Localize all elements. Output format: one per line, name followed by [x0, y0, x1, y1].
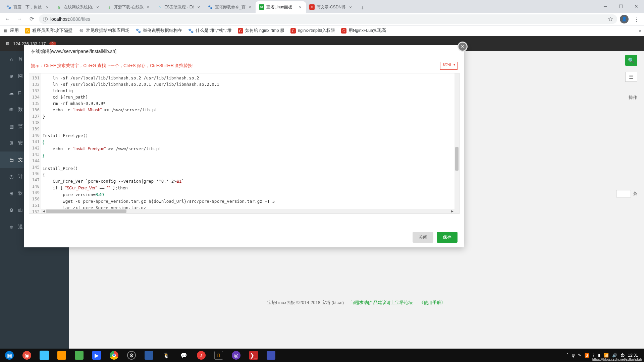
modal-close-button[interactable]: × [458, 42, 468, 52]
tab-download[interactable]: §开源下载-在线教× [103, 1, 154, 13]
bookmarks-overflow-icon[interactable]: » [639, 28, 641, 34]
wifi-icon[interactable]: 📶 [604, 353, 609, 358]
task-icon[interactable] [142, 349, 156, 362]
tab-school[interactable]: §在线网校系统|在× [53, 1, 103, 13]
task-icon[interactable]: ⚙ [125, 349, 138, 362]
bookmark-item[interactable]: S程序员黑客:攻下隔壁 [25, 28, 72, 34]
scroll-left-icon[interactable]: ◀ [41, 209, 46, 214]
close-window-button[interactable]: ✕ [629, 0, 644, 13]
globe-icon: ⊕ [9, 73, 14, 79]
modal-buttons: 关闭 保存 [413, 232, 458, 243]
tray-chevron-icon[interactable]: ˄ [567, 353, 569, 358]
close-icon[interactable]: × [348, 5, 353, 9]
task-icon[interactable] [38, 349, 51, 362]
code-area[interactable]: ln -sf /usr/local/lib/libmhash.so.2 /usr… [41, 73, 459, 214]
pen-icon[interactable]: ✎ [578, 353, 581, 358]
address-bar[interactable]: i localhost:8888/files ☆ [39, 14, 617, 24]
tab-baidu[interactable]: 🐾百度一下，你就× [3, 1, 53, 13]
scroll-thumb[interactable] [46, 209, 126, 213]
volume-icon[interactable]: 🔊 [612, 353, 617, 358]
scroll-thumb[interactable] [455, 147, 459, 171]
sidebar-label: 安 [18, 140, 23, 146]
close-icon[interactable]: × [248, 5, 252, 9]
back-button[interactable]: ← [3, 14, 12, 24]
system-tray: ˄ ψ ✎ S ᛒ ▮ 📶 🔊 ⏻ 12:31 [567, 353, 641, 358]
forward-button[interactable]: → [15, 14, 24, 24]
task-icon[interactable] [55, 349, 68, 362]
bookmark-star-icon[interactable]: ☆ [608, 15, 613, 23]
close-icon[interactable]: × [146, 5, 150, 9]
count-label: 条 [633, 191, 637, 197]
profile-avatar-icon[interactable]: 👤 [620, 15, 629, 23]
battery-icon[interactable]: ▮ [598, 353, 600, 358]
bookmark-item[interactable]: C用Nginx+Lua实现高 [341, 28, 386, 34]
view-toggle-button[interactable]: ☰ [625, 72, 637, 82]
bookmark-favicon: C [341, 28, 346, 34]
tab-bt-panel[interactable]: BT宝塔Linux面板× [256, 1, 306, 13]
chrome-taskbar-icon[interactable] [107, 349, 121, 362]
task-icon[interactable] [72, 349, 86, 362]
favicon: § [107, 4, 112, 10]
power-icon[interactable]: ⏻ [621, 353, 625, 358]
reload-button[interactable]: ⟳ [27, 14, 36, 24]
close-icon[interactable]: × [45, 5, 50, 9]
site-info-icon[interactable]: i [43, 17, 48, 21]
home-icon: ⌂ [9, 57, 14, 62]
horizontal-scrollbar[interactable]: ◀ ▶ [41, 209, 454, 214]
tab-title: 宝塔Linux面板 [266, 4, 296, 10]
maximize-button[interactable]: ☐ [613, 0, 629, 13]
footer-forum-link[interactable]: 问题求助|产品建议请上宝塔论坛 [351, 300, 413, 306]
close-button[interactable]: 关闭 [413, 232, 433, 243]
clock[interactable]: 12:31 [628, 353, 638, 358]
vertical-scrollbar[interactable] [454, 73, 459, 214]
task-icon[interactable]: 💬 [177, 349, 191, 362]
task-icon[interactable]: ◉ [20, 349, 34, 362]
sidebar-label: 计 [18, 174, 23, 180]
close-icon[interactable]: × [196, 5, 201, 9]
sidebar-label: 监 [18, 123, 23, 129]
modal-title: 在线编辑[/www/server/panel/install/lib.sh] [24, 45, 464, 58]
start-button[interactable]: ▦ [3, 349, 16, 362]
close-icon[interactable]: × [298, 5, 303, 9]
task-icon[interactable]: ♪ [195, 349, 208, 362]
page-count-input[interactable] [616, 190, 631, 197]
task-icon[interactable]: ▶ [90, 349, 103, 362]
task-icon[interactable]: ⎍ [212, 349, 225, 362]
bookmark-item[interactable]: 🐾举例说明数据结构在 [136, 28, 182, 34]
panel-footer: 宝塔Linux面板 ©2014-2018 宝塔 (bt.cn) 问题求助|产品建… [267, 300, 446, 306]
close-icon[interactable]: × [95, 5, 100, 9]
minimize-button[interactable]: ─ [598, 0, 613, 13]
page-count-row: 条 [616, 190, 637, 197]
shield-icon: ⛨ [9, 140, 14, 146]
bookmark-item[interactable]: Cnginx-rtmp加入权限 [290, 28, 335, 34]
bookmark-label: 举例说明数据结构在 [143, 28, 182, 34]
os-taskbar: ▦ ◉ ▶ ⚙ 🐧 💬 ♪ ⎍ ◎ ❯_ ˄ ψ ✎ S ᛒ ▮ 📶 🔊 ⏻ 1… [0, 349, 644, 362]
bookmark-favicon: S [25, 28, 30, 34]
footer-manual-link[interactable]: 《使用手册》 [419, 300, 445, 306]
usb-icon[interactable]: ψ [572, 353, 575, 358]
save-button[interactable]: 保存 [437, 232, 458, 243]
task-icon[interactable]: ◎ [229, 349, 243, 362]
bluetooth-icon[interactable]: ᛒ [592, 353, 595, 358]
search-button[interactable]: 🔍 [625, 55, 637, 66]
tab-bt-uninstall[interactable]: 🐾宝塔卸载命令_百× [204, 1, 256, 13]
bookmark-label: 如何给 nginx rtmp 服 [245, 28, 284, 34]
bookmark-item[interactable]: C如何给 nginx rtmp 服 [238, 28, 284, 34]
apps-grid-icon: ▦ [3, 28, 8, 34]
tab-es[interactable]: ○ES安装教程 - Ed× [154, 1, 204, 13]
scroll-right-icon[interactable]: ▶ [450, 209, 454, 214]
tab-title: 开源下载-在线教 [114, 4, 144, 10]
bookmark-item[interactable]: 知常见数据结构和应用场 [78, 28, 129, 34]
chrome-menu-icon[interactable]: ⋮ [631, 15, 641, 23]
monitor-icon: 🖥 [5, 41, 10, 46]
encoding-select[interactable]: utf-8 [440, 62, 458, 70]
folder-icon: 🗀 [9, 157, 14, 163]
task-icon[interactable]: ❯_ [247, 349, 260, 362]
task-icon[interactable] [264, 349, 278, 362]
task-icon[interactable]: 🐧 [160, 349, 173, 362]
new-tab-button[interactable]: + [358, 3, 367, 13]
ime-icon[interactable]: S [585, 353, 589, 358]
tab-csdn[interactable]: C写文章-CSDN博× [306, 1, 356, 13]
bookmark-item[interactable]: 🐾什么是"堆","栈","堆 [188, 28, 231, 34]
apps-button[interactable]: ▦应用 [3, 28, 19, 34]
